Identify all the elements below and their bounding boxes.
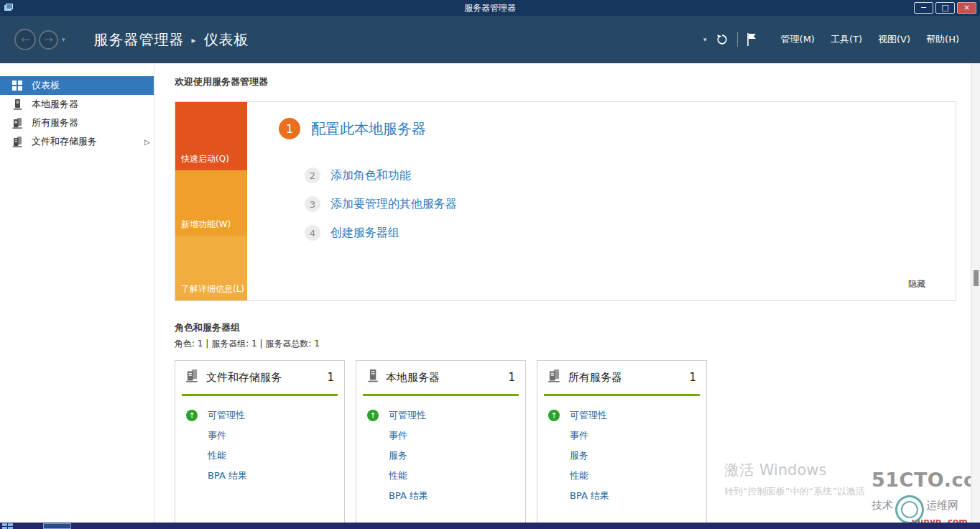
window-title: 服务器管理器 [0, 2, 980, 14]
scrollbar-thumb[interactable] [974, 270, 979, 286]
file-storage-icon [185, 369, 199, 385]
step-number-badge: 3 [305, 196, 320, 212]
app-icon [4, 3, 14, 13]
sidebar-item-label: 所有服务器 [32, 116, 78, 129]
maximize-button[interactable]: □ [935, 2, 955, 14]
manageability-ok-icon: ↑ [186, 410, 198, 421]
card-item-bpa-results[interactable]: BPA 结果 [186, 466, 338, 486]
tab-whats-new[interactable]: 新增功能(W) [175, 170, 247, 236]
welcome-tabs: 快速启动(Q) 新增功能(W) 了解详细信息(L) [175, 102, 247, 300]
card-header[interactable]: 文件和存储服务 1 [182, 361, 338, 394]
body: 仪表板 本地服务器 所有服务器 文件和存储服务 ▷ [0, 63, 980, 523]
server-icon [366, 369, 379, 385]
sidebar-item-label: 本地服务器 [32, 98, 78, 111]
navbar-right: ▾ 管理(M) 工具(T) 视图(V) 帮助(H) [701, 29, 967, 50]
sidebar: 仪表板 本地服务器 所有服务器 文件和存储服务 ▷ [0, 63, 154, 523]
servers-icon [547, 369, 561, 385]
card-item-manageability[interactable]: ↑ 可管理性 [186, 405, 338, 426]
menu-tools[interactable]: 工具(T) [823, 29, 870, 50]
sidebar-item-local-server[interactable]: 本地服务器 [0, 95, 154, 114]
card-title: 所有服务器 [568, 371, 622, 385]
start-button-icon[interactable] [2, 523, 13, 529]
card-item-services[interactable]: 服务 [367, 446, 519, 466]
forward-button[interactable]: → [39, 30, 58, 50]
card-local-server: 本地服务器 1 ↑ 可管理性 事件 服务 [356, 360, 526, 523]
breadcrumb-root[interactable]: 服务器管理器 [94, 30, 185, 50]
tab-quick-start[interactable]: 快速启动(Q) [175, 102, 247, 170]
manageability-ok-icon: ↑ [367, 410, 379, 421]
refresh-icon[interactable] [716, 33, 729, 46]
server-icon [12, 99, 24, 110]
roles-summary: 角色: 1 | 服务器组: 1 | 服务器总数: 1 [175, 338, 956, 350]
welcome-tile: 快速启动(Q) 新增功能(W) 了解详细信息(L) 1 配置此本地服务器 [175, 101, 956, 301]
hide-link[interactable]: 隐藏 [908, 278, 925, 290]
close-button[interactable]: × [957, 2, 976, 14]
card-item-events[interactable]: 事件 [367, 426, 519, 446]
dashboard-content: 欢迎使用服务器管理器 快速启动(Q) 新增功能(W) 了解详细信息(L) 1 [154, 63, 971, 523]
minimize-button[interactable]: − [914, 2, 933, 14]
back-button[interactable]: ← [14, 29, 36, 50]
tab-learn-more[interactable]: 了解详细信息(L) [175, 236, 247, 300]
card-count: 1 [689, 371, 696, 384]
step-number-badge: 2 [305, 167, 320, 183]
taskbar [0, 523, 980, 529]
menu-view[interactable]: 视图(V) [870, 29, 918, 50]
window-controls: − □ × [914, 2, 980, 14]
roles-section-title: 角色和服务器组 [175, 321, 956, 334]
breadcrumb: 服务器管理器 ▸ 仪表板 [94, 30, 249, 50]
taskbar-item[interactable] [43, 523, 71, 529]
card-count: 1 [508, 371, 515, 384]
step-add-roles-features[interactable]: 2 添加角色和功能 [305, 167, 956, 183]
card-file-storage-services: 文件和存储服务 1 ↑ 可管理性 事件 性能 [175, 360, 345, 523]
card-item-bpa-results[interactable]: BPA 结果 [367, 486, 519, 506]
card-all-servers: 所有服务器 1 ↑ 可管理性 事件 服务 [537, 360, 707, 523]
sidebar-item-label: 仪表板 [32, 79, 60, 92]
vertical-scrollbar[interactable] [971, 63, 980, 523]
card-items: ↑ 可管理性 事件 服务 性能 BPA 结果 [544, 396, 700, 506]
card-header[interactable]: 所有服务器 1 [544, 361, 700, 394]
menu-manage[interactable]: 管理(M) [773, 29, 823, 50]
sidebar-item-dashboard[interactable]: 仪表板 [0, 76, 154, 95]
card-header[interactable]: 本地服务器 1 [363, 361, 519, 394]
card-item-bpa-results[interactable]: BPA 结果 [548, 486, 700, 506]
menu-help[interactable]: 帮助(H) [918, 29, 967, 50]
nav-history-caret-icon[interactable]: ▾ [62, 36, 65, 43]
navbar: ← → ▾ 服务器管理器 ▸ 仪表板 ▾ 管理(M) 工具(T) 视图(V) 帮… [0, 16, 980, 63]
step-create-server-group[interactable]: 4 创建服务器组 [305, 225, 956, 241]
card-item-manageability[interactable]: ↑ 可管理性 [548, 405, 700, 426]
welcome-heading: 欢迎使用服务器管理器 [175, 75, 956, 88]
titlebar: 服务器管理器 − □ × [0, 0, 980, 16]
card-title: 本地服务器 [386, 371, 440, 385]
sidebar-item-file-storage-services[interactable]: 文件和存储服务 ▷ [0, 132, 154, 151]
card-items: ↑ 可管理性 事件 性能 BPA 结果 [182, 396, 338, 486]
sidebar-item-label: 文件和存储服务 [32, 135, 97, 148]
card-item-services[interactable]: 服务 [548, 446, 700, 466]
card-title: 文件和存储服务 [206, 371, 282, 385]
card-count: 1 [327, 371, 334, 384]
notifications-flag-icon[interactable] [746, 32, 757, 47]
step-configure-local-server[interactable]: 1 配置此本地服务器 [279, 118, 956, 139]
card-item-performance[interactable]: 性能 [548, 466, 700, 486]
quick-start-steps: 1 配置此本地服务器 2 添加角色和功能 3 添加要管理的其他服务器 4 创建服… [247, 102, 956, 300]
sidebar-item-all-servers[interactable]: 所有服务器 [0, 114, 154, 132]
navbar-separator [737, 32, 738, 47]
step-number-badge: 4 [305, 225, 320, 241]
expand-arrow-icon[interactable]: ▷ [144, 138, 150, 146]
file-storage-icon [12, 137, 24, 147]
card-item-performance[interactable]: 性能 [186, 446, 338, 466]
breadcrumb-separator-icon: ▸ [192, 35, 197, 45]
step-number-badge: 1 [279, 118, 300, 139]
step-add-other-servers[interactable]: 3 添加要管理的其他服务器 [305, 196, 956, 212]
card-items: ↑ 可管理性 事件 服务 性能 BPA 结果 [363, 396, 519, 506]
servers-dropdown-caret-icon[interactable]: ▾ [701, 33, 710, 46]
breadcrumb-page: 仪表板 [204, 30, 249, 50]
card-item-events[interactable]: 事件 [186, 426, 338, 446]
card-item-performance[interactable]: 性能 [367, 466, 519, 486]
servers-icon [12, 118, 24, 129]
dashboard-icon [12, 80, 24, 91]
card-item-events[interactable]: 事件 [548, 426, 700, 446]
card-item-manageability[interactable]: ↑ 可管理性 [367, 405, 519, 426]
manageability-ok-icon: ↑ [548, 410, 560, 421]
role-cards: 文件和存储服务 1 ↑ 可管理性 事件 性能 [175, 360, 956, 523]
server-manager-window: 服务器管理器 − □ × ← → ▾ 服务器管理器 ▸ 仪表板 ▾ 管理(M) … [0, 0, 980, 529]
